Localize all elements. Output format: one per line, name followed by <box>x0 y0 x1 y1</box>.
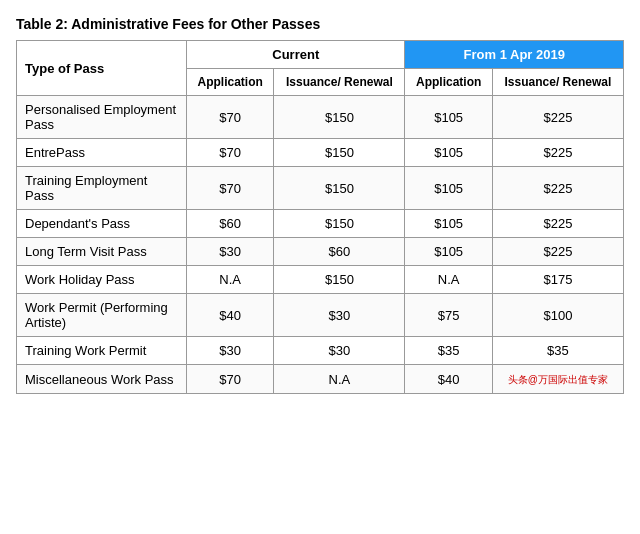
cur-app-cell: $70 <box>187 139 274 167</box>
table-row: Work Permit (Performing Artiste)$40$30$7… <box>17 294 624 337</box>
new-iss-cell: $225 <box>492 238 623 266</box>
new-iss-cell: $225 <box>492 96 623 139</box>
pass-type-cell: Dependant's Pass <box>17 210 187 238</box>
new-app-cell: $40 <box>405 365 492 394</box>
cur-iss-cell: $30 <box>274 294 405 337</box>
col-type-header: Type of Pass <box>17 41 187 96</box>
new-iss-cell: $175 <box>492 266 623 294</box>
pass-type-cell: Training Work Permit <box>17 337 187 365</box>
fees-table: Type of Pass Current From 1 Apr 2019 App… <box>16 40 624 394</box>
new-app-cell: N.A <box>405 266 492 294</box>
new-iss-cell: $100 <box>492 294 623 337</box>
cur-iss-cell: $150 <box>274 139 405 167</box>
table-row: Training Employment Pass$70$150$105$225 <box>17 167 624 210</box>
cur-iss-cell: $150 <box>274 96 405 139</box>
pass-type-cell: Work Permit (Performing Artiste) <box>17 294 187 337</box>
cur-app-cell: N.A <box>187 266 274 294</box>
col-from-apr-header: From 1 Apr 2019 <box>405 41 624 69</box>
pass-type-cell: Training Employment Pass <box>17 167 187 210</box>
new-app-cell: $105 <box>405 139 492 167</box>
new-app-cell: $105 <box>405 238 492 266</box>
pass-type-cell: Work Holiday Pass <box>17 266 187 294</box>
table-row: EntrePass$70$150$105$225 <box>17 139 624 167</box>
table-row: Work Holiday PassN.A$150N.A$175 <box>17 266 624 294</box>
cur-app-cell: $30 <box>187 238 274 266</box>
col-new-iss-header: Issuance/ Renewal <box>492 69 623 96</box>
table-title: Table 2: Administrative Fees for Other P… <box>16 16 624 32</box>
cur-app-cell: $40 <box>187 294 274 337</box>
table-row: Personalised Employment Pass$70$150$105$… <box>17 96 624 139</box>
cur-iss-cell: $150 <box>274 266 405 294</box>
col-current-header: Current <box>187 41 405 69</box>
cur-iss-cell: N.A <box>274 365 405 394</box>
cur-app-cell: $30 <box>187 337 274 365</box>
new-iss-cell: $225 <box>492 210 623 238</box>
pass-type-cell: Personalised Employment Pass <box>17 96 187 139</box>
new-iss-cell: 头条@万国际出值专家 <box>492 365 623 394</box>
cur-iss-cell: $150 <box>274 210 405 238</box>
watermark: 头条@万国际出值专家 <box>501 373 615 387</box>
new-iss-cell: $225 <box>492 139 623 167</box>
new-iss-cell: $225 <box>492 167 623 210</box>
col-cur-iss-header: Issuance/ Renewal <box>274 69 405 96</box>
cur-app-cell: $70 <box>187 96 274 139</box>
table-row: Dependant's Pass$60$150$105$225 <box>17 210 624 238</box>
cur-iss-cell: $30 <box>274 337 405 365</box>
new-app-cell: $105 <box>405 96 492 139</box>
table-body: Personalised Employment Pass$70$150$105$… <box>17 96 624 394</box>
table-row: Long Term Visit Pass$30$60$105$225 <box>17 238 624 266</box>
col-cur-app-header: Application <box>187 69 274 96</box>
new-iss-cell: $35 <box>492 337 623 365</box>
col-new-app-header: Application <box>405 69 492 96</box>
pass-type-cell: Miscellaneous Work Pass <box>17 365 187 394</box>
new-app-cell: $105 <box>405 210 492 238</box>
cur-app-cell: $70 <box>187 365 274 394</box>
pass-type-cell: EntrePass <box>17 139 187 167</box>
cur-app-cell: $60 <box>187 210 274 238</box>
header-row-main: Type of Pass Current From 1 Apr 2019 <box>17 41 624 69</box>
table-row: Miscellaneous Work Pass$70N.A$40头条@万国际出值… <box>17 365 624 394</box>
new-app-cell: $35 <box>405 337 492 365</box>
table-row: Training Work Permit$30$30$35$35 <box>17 337 624 365</box>
new-app-cell: $75 <box>405 294 492 337</box>
cur-iss-cell: $150 <box>274 167 405 210</box>
cur-app-cell: $70 <box>187 167 274 210</box>
pass-type-cell: Long Term Visit Pass <box>17 238 187 266</box>
cur-iss-cell: $60 <box>274 238 405 266</box>
new-app-cell: $105 <box>405 167 492 210</box>
